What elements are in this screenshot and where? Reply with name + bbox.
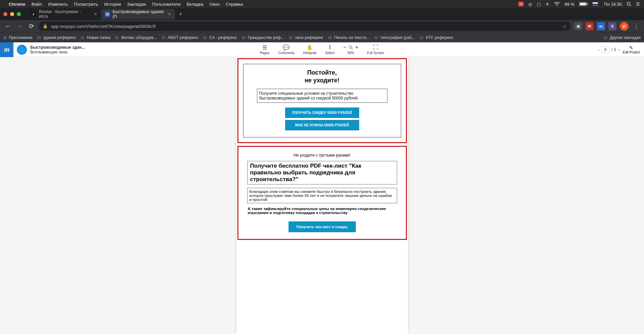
spotlight-icon[interactable] — [627, 2, 631, 6]
close-window-button[interactable] — [3, 12, 7, 16]
popup-exit-intent: Постойте, не уходите! Получите специальн… — [237, 58, 407, 143]
menu-history[interactable]: История — [104, 2, 121, 7]
bluetooth-icon[interactable]: ✳ — [545, 2, 549, 7]
extension-icon[interactable]: ⊞ — [574, 22, 582, 30]
extension-icon-w[interactable]: W — [585, 22, 594, 30]
page-navigator: ‹ 9 / 9 › — [598, 46, 619, 53]
menu-users[interactable]: Пользователи — [152, 2, 181, 7]
menu-app[interactable]: Chrome — [9, 2, 25, 7]
apps-button[interactable]: ⊞Приложения — [3, 35, 32, 40]
bookmark-folder[interactable]: 🗀CA - референс — [203, 35, 237, 40]
artboard: Постойте, не уходите! Получите специальн… — [236, 57, 408, 334]
reload-button[interactable]: ⟳ — [28, 23, 35, 30]
menu-tab[interactable]: Вкладка — [187, 2, 203, 7]
page-total: / 9 — [612, 47, 616, 52]
address-bar[interactable]: 🔒 app.moqups.com/VNdAcUe6TK/view/page/ab… — [39, 22, 571, 31]
chrome-menu-icon[interactable]: ⋮ — [632, 23, 641, 30]
maximize-window-button[interactable] — [17, 12, 21, 16]
menu-file[interactable]: Файл — [31, 2, 42, 7]
svg-rect-3 — [587, 3, 588, 5]
bookmark-folder[interactable]: 🗀Новая папка — [81, 35, 110, 40]
other-bookmarks[interactable]: 🗀Другие закладки — [604, 35, 641, 40]
profile-avatar[interactable]: И — [620, 22, 629, 31]
back-button[interactable]: ← — [3, 23, 12, 30]
get-checklist-button[interactable]: Получить чек-лист и скидку — [289, 221, 356, 232]
minimize-window-button[interactable] — [10, 12, 14, 16]
menu-bookmarks[interactable]: Закладки — [127, 2, 146, 7]
popup-heading-line2: не уходите! — [248, 77, 396, 84]
battery-level: 99 % — [565, 2, 575, 7]
svg-line-5 — [630, 5, 631, 6]
menu-help[interactable]: Справка — [226, 2, 243, 7]
select-tool[interactable]: ISelect — [325, 44, 335, 55]
project-title: Быстровозводимые здан... Всплывающие окн… — [30, 45, 85, 54]
pages-tool[interactable]: ☰Pages — [260, 44, 269, 55]
svg-line-7 — [351, 48, 353, 49]
popup2-subtitle: Не уходите с пустыми руками! — [243, 153, 401, 158]
bookmark-folder[interactable]: 🗀ABGT референс — [162, 35, 199, 40]
bookmark-folder[interactable]: 🗀здания референс — [37, 35, 76, 40]
control-center-icon[interactable]: ☰ — [636, 2, 640, 7]
svg-point-4 — [627, 2, 630, 5]
prev-page-button[interactable]: ‹ — [598, 47, 599, 52]
popup-heading-line1: Постойте, — [248, 69, 396, 77]
tab-close-icon[interactable]: × — [168, 11, 171, 17]
svg-point-0 — [557, 5, 557, 6]
popup2-heading: Получите бесплатно PDF чек-лист "Как пра… — [247, 161, 397, 184]
popup2-body-text: Благодаря этим советам вы сможете быстро… — [247, 188, 397, 203]
design-canvas[interactable]: Постойте, не уходите! Получите специальн… — [0, 57, 644, 334]
moqups-toolbar: m 🌐 Быстровозводимые здан... Всплывающие… — [0, 42, 644, 57]
get-discount-button[interactable]: ПОЛУЧИТЬ СКИДКУ 50000 РУБЛЕЙ — [285, 108, 359, 118]
popup-checklist: Не уходите с пустыми руками! Получите бе… — [237, 146, 407, 240]
menu-view[interactable]: Посмотреть — [74, 2, 98, 7]
clock: Пн 16:30 — [604, 2, 622, 7]
notification-icon[interactable]: ✎ — [518, 2, 524, 6]
mac-menubar: Chrome Файл Изменить Посмотреть История … — [0, 0, 644, 8]
extension-icon-m[interactable]: m — [597, 22, 605, 30]
edit-project-button[interactable]: ✎ Edit Project — [623, 45, 640, 54]
svg-rect-2 — [580, 3, 586, 5]
moqups-logo[interactable]: m — [0, 42, 13, 57]
bookmark-folder[interactable]: 🗀типография (раб... — [374, 35, 415, 40]
fullscreen-tool[interactable]: ⛶Full Screen — [367, 44, 384, 55]
forward-button[interactable]: → — [15, 23, 24, 30]
popup-body-text: Получите специальные условия на строител… — [257, 89, 387, 103]
sync-icon[interactable]: ◎ — [528, 2, 532, 7]
chrome-tab-strip: r Roistat - Коллтрекинг - Исто × m Быстр… — [0, 8, 644, 20]
bookmark-folder[interactable]: 🗀Гражданство реф... — [242, 35, 284, 40]
lock-icon: 🔒 — [43, 24, 48, 29]
moqups-favicon: m — [105, 11, 110, 17]
tab-moqups[interactable]: m Быстровозводимые здания (П × — [101, 9, 175, 19]
wifi-icon[interactable] — [554, 2, 560, 6]
menu-window[interactable]: Окно — [210, 2, 220, 7]
chrome-toolbar: ← → ⟳ 🔒 app.moqups.com/VNdAcUe6TK/view/p… — [0, 20, 644, 32]
airplay-icon[interactable]: ▢ — [537, 2, 541, 7]
menu-edit[interactable]: Изменить — [48, 2, 68, 7]
url-text: app.moqups.com/VNdAcUe6TK/view/page/ab58… — [51, 24, 156, 29]
roistat-favicon: r — [31, 11, 36, 17]
project-name: Быстровозводимые здан... — [30, 45, 85, 50]
tab-close-icon[interactable]: × — [94, 11, 97, 17]
bookmark-star-icon[interactable]: ☆ — [563, 24, 567, 29]
page-name: Всплывающие окна — [30, 50, 85, 54]
decline-discount-button[interactable]: МНЕ НЕ НУЖНЫ 50000 РУБЛЕЙ — [285, 120, 359, 130]
comments-tool[interactable]: 💬Comments — [278, 44, 294, 55]
zoom-control[interactable]: −+ 50% — [343, 44, 358, 55]
window-controls — [3, 12, 21, 16]
bookmark-folder[interactable]: 🗀окна референс — [289, 35, 323, 40]
popup2-bold-text: А также зафиксируйте специальные цены на… — [247, 207, 397, 215]
svg-point-6 — [349, 46, 352, 48]
hotspots-tool[interactable]: ✋Hotspots — [303, 44, 316, 55]
bookmark-folder[interactable]: 🗀КТС референс — [420, 35, 453, 40]
globe-icon[interactable]: 🌐 — [17, 45, 27, 55]
tab-roistat[interactable]: r Roistat - Коллтрекинг - Исто × — [27, 9, 101, 19]
battery-icon — [579, 2, 588, 6]
bookmark-folder[interactable]: 🗀Печать на тексти... — [328, 35, 370, 40]
bookmarks-bar: ⊞Приложения 🗀здания референс 🗀Новая папк… — [0, 32, 644, 42]
next-page-button[interactable]: › — [618, 47, 619, 52]
extension-icon-s[interactable]: S — [608, 22, 616, 30]
bookmark-folder[interactable]: 🗀Фитнес оборудов... — [115, 35, 157, 40]
current-page[interactable]: 9 — [601, 46, 610, 53]
new-tab-button[interactable]: + — [175, 11, 187, 18]
input-flag[interactable] — [593, 2, 599, 6]
